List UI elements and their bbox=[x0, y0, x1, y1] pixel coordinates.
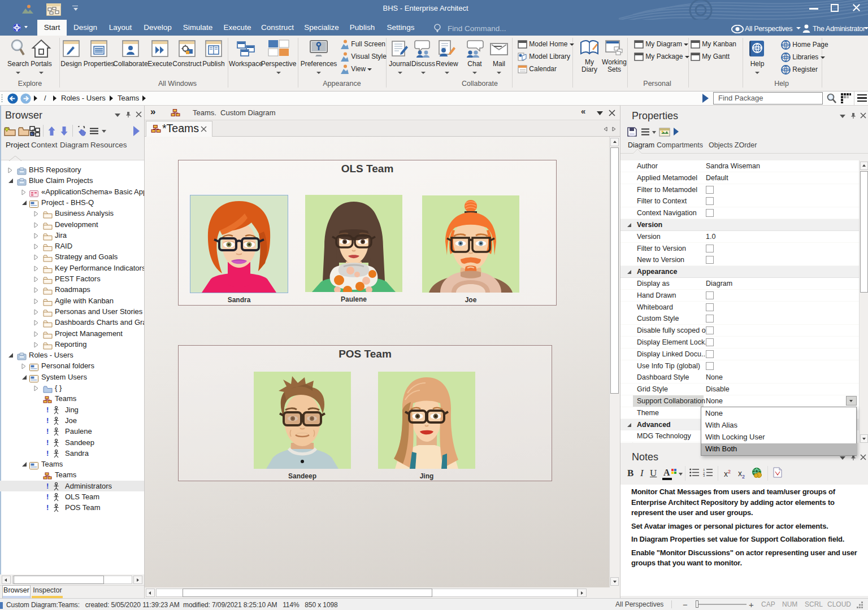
svg-text:3: 3 bbox=[703, 474, 705, 477]
